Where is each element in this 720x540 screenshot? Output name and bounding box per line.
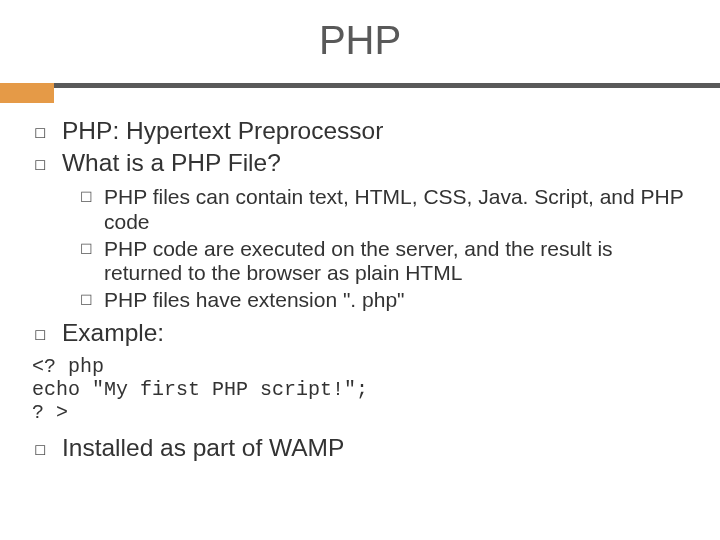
bullet-text: PHP: Hypertext Preprocessor	[62, 117, 383, 147]
bullet-level1: ◻ What is a PHP File?	[34, 149, 694, 179]
hollow-square-icon: ◻	[34, 434, 62, 464]
code-block: <? php echo "My first PHP script!"; ? >	[32, 355, 694, 424]
bullet-level1: ◻ Example:	[34, 319, 694, 349]
bullet-text: PHP files have extension ". php"	[104, 288, 405, 313]
bullet-text: PHP files can contain text, HTML, CSS, J…	[104, 185, 694, 235]
hollow-square-icon: ◻	[34, 149, 62, 179]
sub-bullet-group: ☐ PHP files can contain text, HTML, CSS,…	[80, 185, 694, 313]
underline-grey	[0, 83, 720, 88]
bullet-level1: ◻ PHP: Hypertext Preprocessor	[34, 117, 694, 147]
hollow-square-icon: ◻	[34, 319, 62, 349]
bullet-text: Example:	[62, 319, 164, 349]
slide-body: ◻ PHP: Hypertext Preprocessor ◻ What is …	[34, 117, 694, 349]
checkbox-icon: ☐	[80, 288, 104, 313]
bullet-text: PHP code are executed on the server, and…	[104, 237, 694, 287]
bullet-level2: ☐ PHP files can contain text, HTML, CSS,…	[80, 185, 694, 235]
checkbox-icon: ☐	[80, 185, 104, 235]
title-underline	[0, 83, 720, 89]
bullet-level2: ☐ PHP files have extension ". php"	[80, 288, 694, 313]
checkbox-icon: ☐	[80, 237, 104, 287]
slide-title: PHP	[0, 18, 720, 63]
bullet-text: What is a PHP File?	[62, 149, 281, 179]
underline-orange-accent	[0, 83, 54, 103]
slide-body-after-code: ◻ Installed as part of WAMP	[34, 434, 694, 464]
bullet-level2: ☐ PHP code are executed on the server, a…	[80, 237, 694, 287]
bullet-level1: ◻ Installed as part of WAMP	[34, 434, 694, 464]
bullet-text: Installed as part of WAMP	[62, 434, 344, 464]
hollow-square-icon: ◻	[34, 117, 62, 147]
